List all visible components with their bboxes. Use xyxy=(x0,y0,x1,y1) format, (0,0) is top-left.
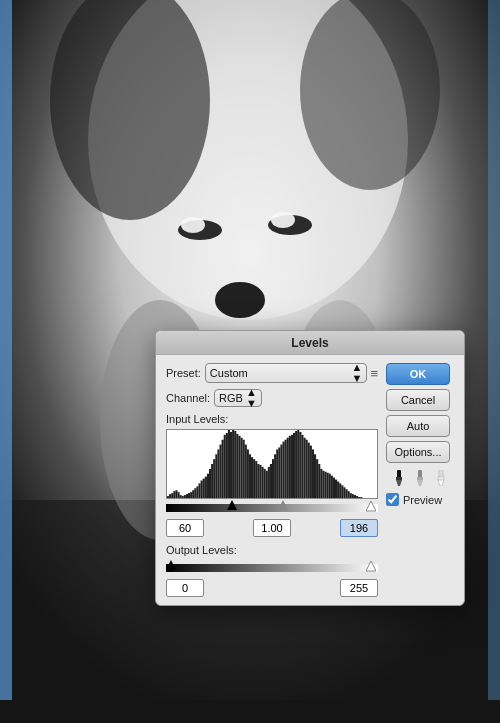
svg-rect-46 xyxy=(230,432,232,498)
svg-rect-40 xyxy=(217,449,219,498)
svg-rect-41 xyxy=(220,445,222,498)
svg-rect-38 xyxy=(213,459,215,498)
input-black-value[interactable] xyxy=(166,519,204,537)
svg-rect-51 xyxy=(241,438,243,498)
output-black-thumb[interactable] xyxy=(166,560,176,574)
input-levels-label: Input Levels: xyxy=(166,413,378,425)
histogram-svg xyxy=(167,430,377,498)
black-eyedropper[interactable] xyxy=(390,469,408,487)
svg-marker-118 xyxy=(366,501,376,511)
svg-rect-101 xyxy=(346,489,348,498)
svg-rect-29 xyxy=(194,488,196,498)
svg-marker-119 xyxy=(166,560,176,570)
svg-rect-92 xyxy=(327,473,329,498)
svg-rect-31 xyxy=(199,483,201,498)
svg-rect-81 xyxy=(304,438,306,498)
svg-rect-108 xyxy=(360,497,362,498)
svg-rect-94 xyxy=(331,476,333,498)
svg-rect-24 xyxy=(184,495,186,498)
svg-rect-13 xyxy=(0,0,12,723)
preset-dropdown[interactable]: Custom ▲ ▼ xyxy=(205,363,368,383)
preset-menu-icon[interactable]: ≡ xyxy=(370,366,378,381)
svg-rect-86 xyxy=(314,454,316,498)
input-black-thumb[interactable] xyxy=(227,500,237,514)
svg-rect-52 xyxy=(243,440,245,498)
svg-rect-65 xyxy=(270,464,272,498)
input-mid-value[interactable] xyxy=(253,519,291,537)
options-button[interactable]: Options... xyxy=(386,441,450,463)
svg-rect-69 xyxy=(278,447,280,498)
svg-rect-60 xyxy=(259,465,261,498)
svg-rect-72 xyxy=(285,440,287,498)
svg-rect-125 xyxy=(417,477,423,480)
svg-rect-67 xyxy=(274,454,276,498)
levels-dialog: Levels Preset: Custom ▲ ▼ ≡ xyxy=(155,330,465,606)
ok-button[interactable]: OK xyxy=(386,363,450,385)
svg-marker-120 xyxy=(366,561,376,571)
svg-point-11 xyxy=(181,217,205,233)
svg-rect-20 xyxy=(175,490,177,498)
svg-rect-87 xyxy=(316,459,318,498)
svg-rect-106 xyxy=(356,496,358,498)
preview-label: Preview xyxy=(403,494,442,506)
input-white-value[interactable] xyxy=(340,519,378,537)
output-levels-label: Output Levels: xyxy=(166,544,378,556)
svg-rect-124 xyxy=(418,470,422,478)
svg-rect-83 xyxy=(308,443,310,498)
channel-dropdown[interactable]: RGB ▲ ▼ xyxy=(214,389,262,407)
output-slider-track[interactable] xyxy=(166,560,378,576)
svg-rect-17 xyxy=(169,494,171,498)
svg-rect-55 xyxy=(249,454,251,498)
svg-rect-105 xyxy=(354,495,356,498)
svg-rect-62 xyxy=(264,469,266,498)
white-eyedropper[interactable] xyxy=(432,469,450,487)
svg-rect-74 xyxy=(289,436,291,498)
svg-rect-71 xyxy=(283,442,285,498)
svg-rect-61 xyxy=(262,467,264,498)
output-black-value[interactable] xyxy=(166,579,204,597)
svg-rect-93 xyxy=(329,474,331,498)
svg-rect-21 xyxy=(178,492,180,498)
svg-rect-70 xyxy=(280,445,282,498)
svg-rect-36 xyxy=(209,469,211,498)
svg-rect-100 xyxy=(343,487,345,498)
svg-rect-121 xyxy=(397,470,401,478)
cancel-button[interactable]: Cancel xyxy=(386,389,450,411)
svg-rect-42 xyxy=(222,440,224,498)
svg-rect-90 xyxy=(322,471,324,498)
output-white-value[interactable] xyxy=(340,579,378,597)
svg-rect-44 xyxy=(226,433,228,498)
svg-rect-89 xyxy=(320,469,322,498)
svg-rect-56 xyxy=(251,457,253,498)
output-white-thumb[interactable] xyxy=(366,561,376,575)
output-values-row xyxy=(166,579,378,597)
svg-rect-45 xyxy=(228,430,230,498)
svg-rect-37 xyxy=(211,464,213,498)
channel-row: Channel: RGB ▲ ▼ xyxy=(166,389,378,407)
input-mid-thumb[interactable] xyxy=(278,500,288,514)
svg-marker-123 xyxy=(396,480,402,486)
gray-eyedropper[interactable] xyxy=(411,469,429,487)
svg-rect-25 xyxy=(186,494,188,498)
svg-rect-104 xyxy=(352,494,354,498)
svg-rect-122 xyxy=(396,477,402,480)
svg-rect-63 xyxy=(266,471,268,498)
svg-point-12 xyxy=(271,212,295,228)
svg-rect-66 xyxy=(272,459,274,498)
svg-point-8 xyxy=(215,282,265,318)
auto-button[interactable]: Auto xyxy=(386,415,450,437)
input-slider-track[interactable] xyxy=(166,500,378,516)
input-values-row xyxy=(166,519,378,537)
svg-rect-23 xyxy=(182,496,184,498)
svg-rect-128 xyxy=(438,477,444,480)
svg-rect-48 xyxy=(234,431,236,498)
svg-rect-59 xyxy=(257,464,259,498)
svg-rect-39 xyxy=(215,454,217,498)
svg-rect-43 xyxy=(224,435,226,498)
svg-rect-88 xyxy=(318,464,320,498)
input-white-thumb[interactable] xyxy=(366,501,376,515)
svg-rect-103 xyxy=(350,493,352,498)
preview-checkbox[interactable] xyxy=(386,493,399,506)
preset-value: Custom xyxy=(210,367,248,379)
svg-rect-99 xyxy=(341,485,343,498)
